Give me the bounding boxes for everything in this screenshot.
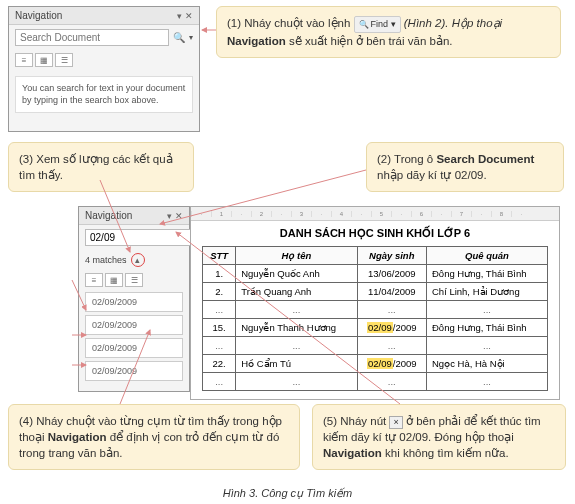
- col-name: Họ tên: [236, 247, 357, 265]
- tab-pages[interactable]: ▦: [105, 273, 123, 287]
- cell-dob: ...: [357, 373, 426, 391]
- cell-dob: 02/09/2009: [357, 319, 426, 337]
- text: nhập dãy kí tự 02/09.: [377, 169, 487, 181]
- cell-place: Đông Hưng, Thái Bình: [426, 265, 547, 283]
- results-list: 02/09/2009 02/09/2009 02/09/2009 02/09/2…: [79, 290, 189, 386]
- col-place: Quê quán: [426, 247, 547, 265]
- ruler: ·1·2·3·4·5·6·7·8·: [191, 207, 559, 221]
- figure-caption: Hình 3. Công cụ Tìm kiếm: [0, 487, 575, 500]
- cell-stt: 22.: [203, 355, 236, 373]
- cell-name: Hồ Cẩm Tú: [236, 355, 357, 373]
- text: (5) Nháy nút: [323, 415, 389, 427]
- cell-stt: ...: [203, 373, 236, 391]
- find-button-image: Find ▾: [354, 16, 401, 33]
- cell-dob: 11/04/2009: [357, 283, 426, 301]
- cell-name: ...: [236, 301, 357, 319]
- text: Search Document: [436, 153, 534, 165]
- callout-4: (4) Nháy chuột vào từng cụm từ tìm thấy …: [8, 404, 300, 470]
- search-input[interactable]: [15, 29, 169, 46]
- document-title: DANH SÁCH HỌC SINH KHỐI LỚP 6: [191, 221, 559, 246]
- cell-dob: 13/06/2009: [357, 265, 426, 283]
- cell-name: ...: [236, 337, 357, 355]
- text: Navigation: [227, 35, 286, 47]
- cell-place: Chí Linh, Hải Dương: [426, 283, 547, 301]
- cell-place: ...: [426, 337, 547, 355]
- cell-place: Ngọc Hà, Hà Nội: [426, 355, 547, 373]
- cell-dob: 02/09/2009: [357, 355, 426, 373]
- text: Navigation: [48, 431, 107, 443]
- navigation-panel-initial: Navigation ▾ ✕ 🔍 ▾ ≡ ▦ ☰ You can search …: [8, 6, 200, 132]
- search-row: × ▾: [79, 225, 189, 250]
- tab-pages[interactable]: ▦: [35, 53, 53, 67]
- cell-dob: ...: [357, 301, 426, 319]
- tab-results[interactable]: ☰: [125, 273, 143, 287]
- result-item[interactable]: 02/09/2009: [85, 338, 183, 358]
- text: sẽ xuất hiện ở bên trái văn bản.: [289, 35, 453, 47]
- search-dropdown-icon[interactable]: ▾: [189, 33, 193, 42]
- match-count: 4 matches: [85, 255, 127, 265]
- nav-tabs: ≡ ▦ ☰: [9, 50, 199, 70]
- cell-place: ...: [426, 301, 547, 319]
- cell-name: Nguyễn Quốc Anh: [236, 265, 357, 283]
- search-hint: You can search for text in your document…: [15, 76, 193, 113]
- col-stt: STT: [203, 247, 236, 265]
- callout-2: (2) Trong ô Search Document nhập dãy kí …: [366, 142, 564, 192]
- cell-stt: 1.: [203, 265, 236, 283]
- cell-stt: ...: [203, 301, 236, 319]
- text: (1) Nháy chuột vào lệnh: [227, 17, 354, 29]
- panel-header: Navigation ▾ ✕: [79, 207, 189, 225]
- tab-headings[interactable]: ≡: [15, 53, 33, 67]
- text: (3) Xem số lượng các kết quả tìm thấy.: [19, 153, 173, 181]
- result-item[interactable]: 02/09/2009: [85, 315, 183, 335]
- panel-controls[interactable]: ▾ ✕: [177, 11, 193, 21]
- result-item[interactable]: 02/09/2009: [85, 292, 183, 312]
- text: (2) Trong ô: [377, 153, 436, 165]
- nav-prev-icon[interactable]: ▴: [131, 253, 145, 267]
- cell-dob: ...: [357, 337, 426, 355]
- text: Navigation: [323, 447, 382, 459]
- tab-results[interactable]: ☰: [55, 53, 73, 67]
- cell-stt: ...: [203, 337, 236, 355]
- callout-3: (3) Xem số lượng các kết quả tìm thấy.: [8, 142, 194, 192]
- student-table: STT Họ tên Ngày sinh Quê quán 1.Nguyễn Q…: [202, 246, 548, 391]
- text: khi không tìm kiếm nữa.: [385, 447, 509, 459]
- callout-5: (5) Nháy nút × ở bên phải để kết thúc tì…: [312, 404, 566, 470]
- result-item[interactable]: 02/09/2009: [85, 361, 183, 381]
- match-count-row: 4 matches ▴: [79, 250, 189, 270]
- panel-controls[interactable]: ▾ ✕: [167, 211, 183, 221]
- search-icon[interactable]: 🔍: [173, 32, 185, 43]
- cell-name: Nguyễn Thanh Hương: [236, 319, 357, 337]
- navigation-panel-results: Navigation ▾ ✕ × ▾ 4 matches ▴ ≡ ▦ ☰ 02/…: [78, 206, 190, 392]
- document-preview: ·1·2·3·4·5·6·7·8· DANH SÁCH HỌC SINH KHỐ…: [190, 206, 560, 400]
- text: (Hình 2). Hộp thoại: [404, 17, 502, 29]
- cell-place: Đông Hưng, Thái Bình: [426, 319, 547, 337]
- cell-name: ...: [236, 373, 357, 391]
- cell-stt: 2.: [203, 283, 236, 301]
- nav-tabs: ≡ ▦ ☰: [79, 270, 189, 290]
- panel-title: Navigation: [15, 10, 62, 21]
- col-dob: Ngày sinh: [357, 247, 426, 265]
- cell-name: Trần Quang Anh: [236, 283, 357, 301]
- panel-header: Navigation ▾ ✕: [9, 7, 199, 25]
- search-row: 🔍 ▾: [9, 25, 199, 50]
- close-button-image: ×: [389, 416, 402, 429]
- cell-stt: 15.: [203, 319, 236, 337]
- panel-title: Navigation: [85, 210, 132, 221]
- tab-headings[interactable]: ≡: [85, 273, 103, 287]
- cell-place: ...: [426, 373, 547, 391]
- callout-1: (1) Nháy chuột vào lệnh Find ▾ (Hình 2).…: [216, 6, 561, 58]
